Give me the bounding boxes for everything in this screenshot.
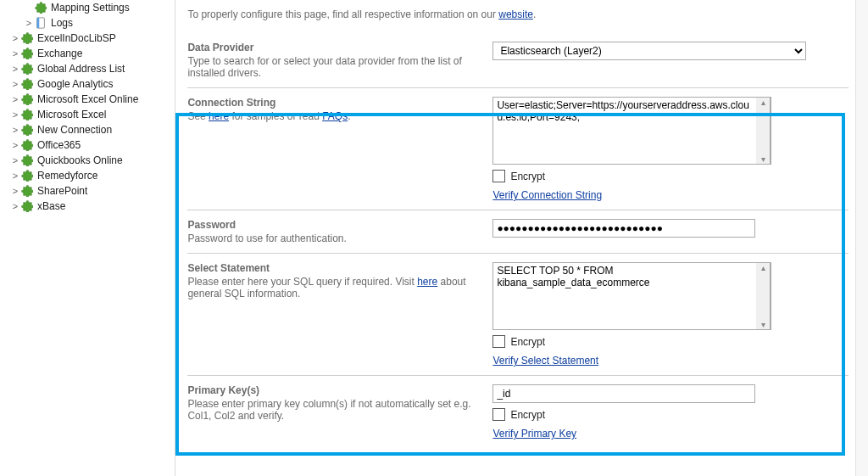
tree-expand-icon[interactable]: > (10, 155, 20, 165)
select-stmt-desc: Please enter here your SQL query if requ… (187, 276, 482, 300)
notebook-icon (34, 17, 47, 29)
tree-item-label: Quickbooks Online (37, 154, 123, 166)
puzzle-icon (20, 32, 34, 44)
connection-string-title: Connection String (187, 97, 482, 110)
select-stmt-input[interactable]: SELECT TOP 50 * FROM kibana_sample_data_… (492, 262, 756, 330)
pk-encrypt-label: Encrypt (510, 409, 545, 421)
tree-item-label: Office365 (37, 139, 81, 151)
conn-encrypt-label: Encrypt (510, 171, 545, 182)
select-here-link[interactable]: here (417, 276, 437, 288)
password-input[interactable] (492, 219, 755, 238)
tree-expand-icon[interactable]: > (24, 18, 34, 28)
tree-expand-icon[interactable]: > (10, 171, 20, 181)
primary-key-desc: Please enter primary key column(s) if no… (187, 398, 482, 422)
data-provider-select[interactable]: Elasticsearch (Layer2) (492, 42, 806, 60)
connection-string-input[interactable]: User=elastic;Server=https://yourserverad… (492, 97, 756, 165)
tree-item-label: New Connection (37, 124, 112, 136)
pk-encrypt-checkbox[interactable] (492, 408, 505, 421)
tree-item[interactable]: Mapping Settings (3, 0, 175, 15)
scrollbar[interactable]: ▴▾ (756, 262, 771, 330)
tree-item[interactable]: >Remedyforce (3, 168, 175, 183)
puzzle-icon (34, 2, 47, 14)
tree-item-label: Mapping Settings (51, 2, 130, 14)
tree-item-label: Microsoft Excel Online (37, 93, 138, 105)
select-encrypt-checkbox[interactable] (492, 335, 505, 348)
tree-item[interactable]: >New Connection (3, 122, 175, 137)
tree-item[interactable]: >ExcelInDocLibSP (3, 31, 175, 46)
intro-suffix: . (533, 8, 536, 20)
tree-expand-icon[interactable]: > (10, 125, 20, 135)
right-edge-strip (855, 0, 868, 476)
nav-tree: Mapping Settings>Logs>ExcelInDocLibSP>Ex… (0, 0, 175, 476)
verify-select-stmt-link[interactable]: Verify Select Statement (492, 355, 598, 367)
tree-item-label: Remedyforce (37, 170, 97, 182)
puzzle-icon (20, 139, 34, 151)
verify-primary-key-link[interactable]: Verify Primary Key (492, 428, 576, 440)
tree-expand-icon[interactable]: > (10, 201, 20, 211)
tree-item[interactable]: >Global Address List (3, 61, 175, 76)
tree-expand-icon[interactable]: > (10, 94, 20, 104)
conn-here-link[interactable]: here (209, 110, 229, 122)
tree-item[interactable]: >Logs (3, 15, 175, 31)
tree-item-label: Global Address List (37, 63, 125, 75)
tree-item[interactable]: >Microsoft Excel (3, 107, 175, 122)
conn-encrypt-checkbox[interactable] (492, 170, 505, 182)
tree-item-label: SharePoint (37, 185, 87, 197)
puzzle-icon (20, 78, 34, 90)
data-provider-title: Data Provider (187, 42, 482, 55)
tree-item-label: Exchange (37, 48, 82, 59)
select-stmt-title: Select Statement (187, 262, 482, 276)
puzzle-icon (20, 200, 34, 212)
tree-expand-icon[interactable]: > (10, 48, 20, 59)
tree-item[interactable]: >Microsoft Excel Online (3, 92, 175, 107)
tree-item[interactable]: >Exchange (3, 46, 175, 61)
tree-item[interactable]: >SharePoint (3, 183, 175, 199)
puzzle-icon (20, 154, 34, 166)
puzzle-icon (20, 63, 34, 75)
verify-connection-string-link[interactable]: Verify Connection String (492, 189, 602, 201)
conn-faqs-link[interactable]: FAQs (322, 110, 348, 122)
password-desc: Password to use for authentication. (187, 232, 482, 244)
tree-item-label: ExcelInDocLibSP (37, 32, 116, 44)
tree-item-label: xBase (37, 200, 65, 212)
puzzle-icon (20, 48, 34, 59)
tree-item-label: Logs (51, 17, 73, 29)
tree-expand-icon[interactable]: > (10, 186, 20, 196)
primary-key-title: Primary Key(s) (187, 384, 482, 398)
puzzle-icon (20, 109, 34, 120)
tree-expand-icon[interactable]: > (10, 79, 20, 89)
puzzle-icon (20, 93, 34, 105)
tree-item-label: Google Analytics (37, 78, 113, 90)
intro-website-link[interactable]: website (498, 8, 533, 20)
intro-prefix: To properly configure this page, find al… (187, 8, 498, 20)
svg-rect-1 (37, 18, 40, 28)
password-title: Password (187, 219, 482, 232)
tree-item-label: Microsoft Excel (37, 109, 106, 120)
tree-expand-icon[interactable]: > (10, 140, 20, 150)
data-provider-desc: Type to search for or select your data p… (187, 55, 482, 79)
connection-string-desc: See here for samples or read FAQs. (187, 110, 482, 122)
tree-expand-icon[interactable]: > (10, 33, 20, 43)
primary-key-input[interactable] (492, 384, 755, 403)
tree-item[interactable]: >Quickbooks Online (3, 153, 175, 168)
tree-item[interactable]: >Office365 (3, 137, 175, 153)
tree-item[interactable]: >Google Analytics (3, 76, 175, 92)
select-encrypt-label: Encrypt (510, 336, 545, 348)
scrollbar[interactable]: ▴▾ (756, 97, 771, 165)
tree-item[interactable]: >xBase (3, 199, 175, 214)
puzzle-icon (20, 170, 34, 182)
config-panel: To properly configure this page, find al… (175, 0, 855, 476)
tree-expand-icon[interactable]: > (10, 109, 20, 120)
tree-expand-icon[interactable]: > (10, 64, 20, 74)
puzzle-icon (20, 185, 34, 197)
intro-text: To properly configure this page, find al… (187, 3, 849, 25)
puzzle-icon (20, 124, 34, 136)
